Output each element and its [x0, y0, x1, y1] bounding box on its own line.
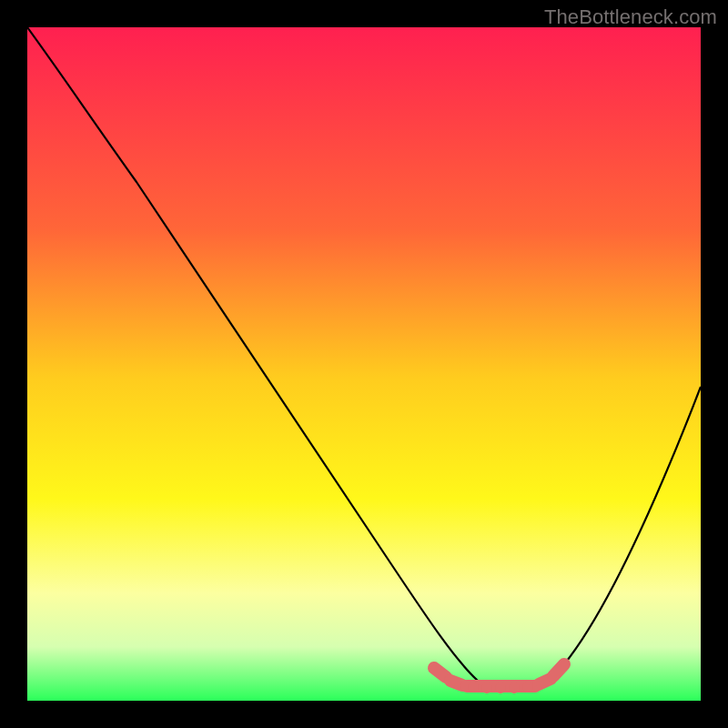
svg-point-2 — [495, 682, 506, 693]
plot-area — [27, 27, 701, 701]
svg-point-4 — [522, 682, 533, 693]
chart-svg — [27, 27, 701, 701]
svg-point-3 — [509, 682, 520, 693]
svg-point-0 — [468, 682, 479, 693]
watermark-text: TheBottleneck.com — [544, 5, 717, 29]
svg-point-1 — [481, 682, 492, 693]
gradient-background — [27, 27, 701, 701]
chart-frame: TheBottleneck.com — [0, 0, 728, 728]
